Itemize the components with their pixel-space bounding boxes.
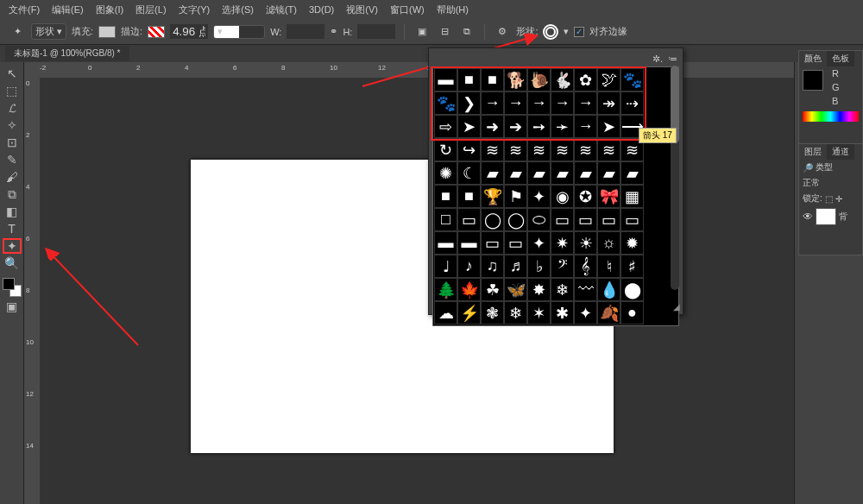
menu-help[interactable]: 帮助(H)	[437, 3, 469, 16]
align-edges-checkbox[interactable]	[574, 27, 584, 37]
channels-tab[interactable]: 通道	[827, 144, 854, 160]
shape-cell-50[interactable]: ◉	[551, 185, 574, 208]
color-tab[interactable]: 颜色	[799, 51, 827, 66]
menu-view[interactable]: 视图(V)	[346, 3, 378, 16]
shape-cell-40[interactable]: ▰	[527, 161, 551, 185]
shape-cell-63[interactable]: ▬	[434, 231, 457, 255]
shape-cell-98[interactable]: ●	[620, 301, 644, 324]
stroke-width-field[interactable]	[170, 24, 208, 39]
shape-cell-30[interactable]: ≋	[504, 138, 527, 161]
foreground-background-colors[interactable]	[3, 278, 22, 297]
layer-visibility-icon[interactable]: 👁	[803, 211, 813, 223]
shape-cell-77[interactable]: 𝄢	[551, 255, 574, 278]
shape-cell-28[interactable]: ↪	[457, 138, 481, 161]
shape-cell-36[interactable]: ✺	[434, 161, 457, 185]
lock-pixels-icon[interactable]: ⬚	[825, 194, 833, 204]
shape-cell-32[interactable]: ≋	[551, 138, 574, 161]
shape-cell-84[interactable]: 🦋	[504, 278, 527, 301]
shape-cell-73[interactable]: ♪	[457, 255, 481, 278]
gear-icon[interactable]: ⚙	[494, 23, 511, 41]
custom-shape-tool[interactable]: ✦	[3, 238, 22, 254]
zoom-tool[interactable]: 🔍	[3, 255, 22, 271]
resize-grip-icon[interactable]: ◢	[673, 302, 680, 312]
menu-layer[interactable]: 图层(L)	[135, 3, 166, 16]
shape-cell-41[interactable]: ▰	[551, 161, 574, 185]
shape-cell-78[interactable]: 𝄞	[574, 255, 597, 278]
shape-cell-7[interactable]: 🕊	[597, 68, 620, 91]
shape-cell-31[interactable]: ≋	[527, 138, 551, 161]
shape-cell-93[interactable]: ❄	[504, 301, 527, 324]
shape-cell-85[interactable]: ✸	[527, 278, 551, 301]
shape-cell-68[interactable]: ✷	[551, 231, 574, 255]
shape-cell-18[interactable]: ⇨	[434, 115, 457, 138]
type-tool[interactable]: T	[3, 221, 22, 236]
shape-cell-52[interactable]: 🎀	[597, 185, 620, 208]
shape-cell-70[interactable]: ☼	[597, 231, 620, 255]
layer-name[interactable]: 背	[839, 211, 847, 223]
blend-mode-dropdown[interactable]: 正常	[803, 177, 820, 189]
shape-cell-10[interactable]: ❯	[457, 91, 481, 115]
shape-cell-39[interactable]: ▰	[504, 161, 527, 185]
shape-cell-38[interactable]: ▰	[481, 161, 504, 185]
gradient-tool[interactable]: ◧	[3, 204, 22, 219]
shape-cell-76[interactable]: ♭	[527, 255, 551, 278]
shape-cell-12[interactable]: →	[504, 91, 527, 115]
menu-select[interactable]: 选择(S)	[222, 3, 254, 16]
layer-filter-icon[interactable]: 🔎	[803, 163, 813, 173]
brush-tool[interactable]: 🖌	[3, 169, 22, 185]
shape-cell-37[interactable]: ☾	[457, 161, 481, 185]
shape-cell-87[interactable]: 〰	[574, 278, 597, 301]
shape-cell-13[interactable]: →	[527, 91, 551, 115]
shape-cell-65[interactable]: ▭	[481, 231, 504, 255]
shape-cell-95[interactable]: ✱	[551, 301, 574, 324]
shape-cell-2[interactable]: ■	[481, 68, 504, 91]
shape-cell-66[interactable]: ▭	[504, 231, 527, 255]
shape-cell-25[interactable]: ➤	[597, 115, 620, 138]
shape-cell-49[interactable]: ✦	[527, 185, 551, 208]
shape-cell-74[interactable]: ♫	[481, 255, 504, 278]
fill-swatch[interactable]	[98, 26, 116, 38]
shape-cell-14[interactable]: →	[551, 91, 574, 115]
shape-cell-69[interactable]: ☀	[574, 231, 597, 255]
shape-cell-71[interactable]: ✹	[620, 231, 644, 255]
shape-cell-53[interactable]: ▦	[620, 185, 644, 208]
shape-cell-81[interactable]: 🌲	[434, 278, 457, 301]
document-tab[interactable]: 未标题-1 @ 100%(RGB/8) *	[5, 46, 129, 61]
stamp-tool[interactable]: ⧉	[3, 186, 22, 202]
layer-thumbnail[interactable]	[816, 208, 836, 225]
menu-file[interactable]: 文件(F)	[9, 3, 40, 16]
lasso-tool[interactable]: 𝓛	[3, 100, 22, 116]
shape-cell-19[interactable]: ➤	[457, 115, 481, 138]
wand-tool[interactable]: ✧	[3, 117, 22, 133]
path-align-icon[interactable]: ⊟	[436, 23, 453, 41]
eyedropper-tool[interactable]: ✎	[3, 152, 22, 167]
shape-cell-27[interactable]: ↻	[434, 138, 457, 161]
shape-cell-55[interactable]: ▭	[457, 208, 481, 231]
screen-mode-icon[interactable]: ▣	[3, 299, 22, 314]
shape-cell-88[interactable]: 💧	[597, 278, 620, 301]
stroke-swatch[interactable]	[148, 26, 165, 38]
shape-cell-56[interactable]: ◯	[481, 208, 504, 231]
shape-cell-94[interactable]: ✶	[527, 301, 551, 324]
shape-cell-3[interactable]: 🐕	[504, 68, 527, 91]
shape-cell-57[interactable]: ◯	[504, 208, 527, 231]
color-ramp[interactable]	[803, 111, 859, 122]
custom-shape-swatch[interactable]	[543, 24, 558, 40]
menu-edit[interactable]: 编辑(E)	[52, 3, 84, 16]
picker-gear-icon[interactable]: ✲.	[652, 54, 663, 65]
picker-menu-icon[interactable]: ≔	[668, 54, 677, 65]
shape-cell-21[interactable]: ➔	[504, 115, 527, 138]
shape-cell-15[interactable]: →	[574, 91, 597, 115]
shape-cell-67[interactable]: ✦	[527, 231, 551, 255]
shape-cell-45[interactable]: ■	[434, 185, 457, 208]
menu-3d[interactable]: 3D(D)	[309, 4, 334, 15]
shape-cell-72[interactable]: ♩	[434, 255, 457, 278]
shape-cell-89[interactable]: ⬤	[620, 278, 644, 301]
color-preview-swatch[interactable]	[803, 70, 823, 91]
shape-cell-48[interactable]: ⚑	[504, 185, 527, 208]
shape-mode-dropdown[interactable]: 形状 ▾	[31, 23, 66, 40]
menu-image[interactable]: 图象(I)	[96, 3, 123, 16]
shape-cell-1[interactable]: ■	[457, 68, 481, 91]
shape-cell-51[interactable]: ✪	[574, 185, 597, 208]
swatches-tab[interactable]: 色板	[827, 51, 854, 66]
